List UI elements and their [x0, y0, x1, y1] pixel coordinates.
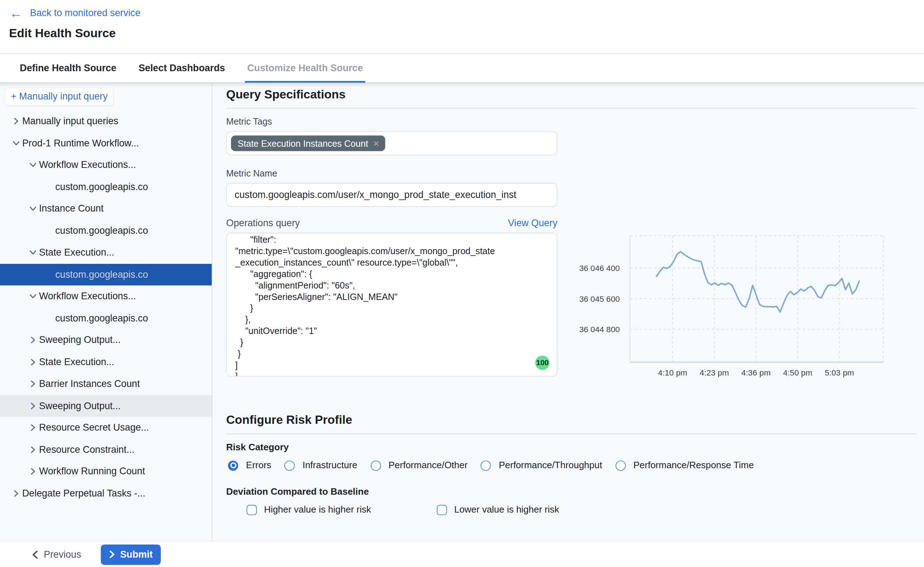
radio-icon[interactable] — [371, 460, 381, 470]
svg-text:4:36 pm: 4:36 pm — [741, 368, 771, 377]
radio-label: Performance/Response Time — [634, 460, 754, 471]
back-arrow-icon: ← — [10, 7, 22, 20]
radio-icon[interactable] — [481, 460, 491, 470]
section-divider — [226, 434, 916, 434]
tree-item-barrier-instances-count[interactable]: Barrier Instances Count — [0, 373, 212, 395]
checkbox-icon[interactable] — [437, 505, 447, 515]
tree-item-state-execution[interactable]: State Execution... — [0, 351, 212, 373]
operations-query-label: Operations query — [226, 218, 300, 228]
chevron-right-icon — [28, 400, 38, 411]
deviation-label: Deviation Compared to Baseline — [226, 486, 924, 497]
wizard-footer: Previous Submit — [0, 541, 924, 567]
tree-item-label: Workflow Executions... — [39, 160, 136, 170]
previous-button-label: Previous — [44, 549, 81, 560]
tab-select-dashboards[interactable]: Select Dashboards — [136, 54, 227, 82]
chevron-down-icon — [28, 248, 38, 258]
metric-tag-chip-label: State Execution Instances Count — [237, 138, 368, 148]
tree-item-label: custom.googleapis.co — [55, 313, 148, 324]
chevron-down-icon — [11, 138, 21, 148]
radio-icon[interactable] — [284, 460, 294, 470]
tree-item-custom-googleapis-co[interactable]: custom.googleapis.co — [0, 220, 212, 242]
metric-tag-chip: State Execution Instances Count × — [231, 136, 385, 152]
checkbox-icon[interactable] — [247, 505, 257, 515]
metric-timeseries-chart: 36 046 40036 045 60036 044 8004:10 pm4:2… — [567, 231, 888, 384]
view-query-link[interactable]: View Query — [508, 218, 557, 228]
tree-item-custom-googleapis-co[interactable]: custom.googleapis.co — [0, 308, 212, 329]
query-records-badge: 100 — [535, 356, 549, 370]
tree-item-workflow-executions[interactable]: Workflow Executions... — [0, 285, 212, 307]
metric-tags-input[interactable]: State Execution Instances Count × — [226, 131, 557, 155]
operations-query-text: "filter": "metric.type=\"custom.googleap… — [235, 234, 549, 376]
chevron-right-icon — [109, 550, 115, 558]
tree-item-label: State Execution... — [39, 357, 114, 367]
back-link-label[interactable]: Back to monitored service — [30, 8, 140, 19]
previous-button[interactable]: Previous — [32, 549, 81, 560]
metric-tree: Manually input queriesProd-1 Runtime Wor… — [0, 110, 212, 504]
tab-define-health-source[interactable]: Define Health Source — [18, 54, 119, 82]
checkbox-label: Higher value is higher risk — [264, 504, 371, 515]
svg-text:4:23 pm: 4:23 pm — [700, 368, 729, 377]
operations-query-textarea[interactable]: "filter": "metric.type=\"custom.googleap… — [226, 232, 557, 376]
radio-label: Errors — [246, 460, 272, 471]
tree-item-state-execution[interactable]: State Execution... — [0, 242, 212, 264]
tree-item-resource-secret-usage[interactable]: Resource Secret Usage... — [0, 417, 212, 438]
svg-text:36 044 800: 36 044 800 — [579, 325, 620, 334]
radio-icon[interactable] — [615, 460, 625, 470]
chip-remove-icon[interactable]: × — [374, 139, 379, 148]
tree-item-label: Workflow Running Count — [39, 466, 145, 477]
tree-item-manually-input-queries[interactable]: Manually input queries — [0, 110, 212, 132]
main-panel: Query Specifications Metric Tags State E… — [212, 82, 924, 542]
radio-selected-icon[interactable] — [228, 460, 238, 470]
chevron-right-icon — [11, 116, 21, 127]
checkbox-higher-value-is-higher-risk[interactable]: Higher value is higher risk — [247, 504, 424, 515]
chevron-right-icon — [28, 379, 38, 390]
checkbox-lower-value-is-higher-risk[interactable]: Lower value is higher risk — [437, 504, 559, 515]
tree-item-sweeping-output[interactable]: Sweeping Output... — [0, 395, 212, 417]
submit-button[interactable]: Submit — [101, 544, 161, 564]
checkbox-label: Lower value is higher risk — [454, 504, 559, 515]
risk-category-radio-group: ErrorsInfrastructurePerformance/OtherPer… — [228, 460, 924, 471]
radio-label: Performance/Other — [389, 460, 468, 471]
tab-customize-health-source[interactable]: Customize Health Source — [245, 54, 366, 82]
risk-section-title: Configure Risk Profile — [226, 413, 924, 427]
chevron-right-icon — [28, 466, 38, 477]
chevron-left-icon — [32, 550, 38, 558]
tree-item-label: Resource Secret Usage... — [39, 422, 149, 433]
metric-name-input[interactable] — [226, 183, 557, 207]
page: ← Back to monitored service Edit Health … — [0, 0, 924, 567]
back-link[interactable]: ← Back to monitored service — [10, 7, 140, 20]
section-divider — [226, 108, 916, 109]
tree-item-instance-count[interactable]: Instance Count — [0, 198, 212, 220]
tree-item-delegate-perpetual-tasks[interactable]: Delegate Perpetual Tasks -... — [0, 483, 212, 504]
tree-item-label: custom.googleapis.co — [55, 269, 148, 280]
svg-text:4:50 pm: 4:50 pm — [783, 368, 812, 377]
tab-bar: Define Health SourceSelect DashboardsCus… — [0, 53, 924, 82]
tree-item-workflow-executions[interactable]: Workflow Executions... — [0, 154, 212, 176]
page-title: Edit Health Source — [9, 27, 116, 40]
metric-tags-label: Metric Tags — [226, 116, 924, 126]
chevron-right-icon — [28, 422, 38, 433]
chevron-right-icon — [28, 334, 38, 345]
submit-button-label: Submit — [120, 549, 153, 560]
tree-item-resource-constraint[interactable]: Resource Constraint... — [0, 438, 212, 460]
tree-item-label: Delegate Perpetual Tasks -... — [22, 488, 146, 499]
tree-item-label: Sweeping Output... — [39, 334, 121, 345]
tree-item-custom-googleapis-co[interactable]: custom.googleapis.co — [0, 176, 212, 198]
chevron-down-icon — [28, 203, 38, 214]
add-query-button[interactable]: + Manually input query — [5, 88, 114, 106]
tree-item-workflow-running-count[interactable]: Workflow Running Count — [0, 460, 212, 483]
tree-item-custom-googleapis-co[interactable]: custom.googleapis.co — [0, 264, 212, 285]
tree-item-label: Resource Constraint... — [39, 444, 135, 455]
radio-performance-response-time[interactable]: Performance/Response Time — [615, 460, 754, 471]
metric-name-label: Metric Name — [226, 168, 924, 178]
svg-text:5:03 pm: 5:03 pm — [825, 368, 854, 377]
query-section-title: Query Specifications — [226, 88, 924, 102]
tree-item-label: Barrier Instances Count — [39, 379, 140, 390]
radio-performance-throughput[interactable]: Performance/Throughput — [481, 460, 602, 471]
radio-infrastructure[interactable]: Infrastructure — [284, 460, 357, 471]
tree-item-prod-1-runtime-workflow[interactable]: Prod-1 Runtime Workflow... — [0, 132, 212, 154]
tree-item-sweeping-output[interactable]: Sweeping Output... — [0, 329, 212, 351]
radio-errors[interactable]: Errors — [228, 460, 272, 471]
chevron-right-icon — [28, 357, 38, 367]
radio-performance-other[interactable]: Performance/Other — [371, 460, 468, 471]
